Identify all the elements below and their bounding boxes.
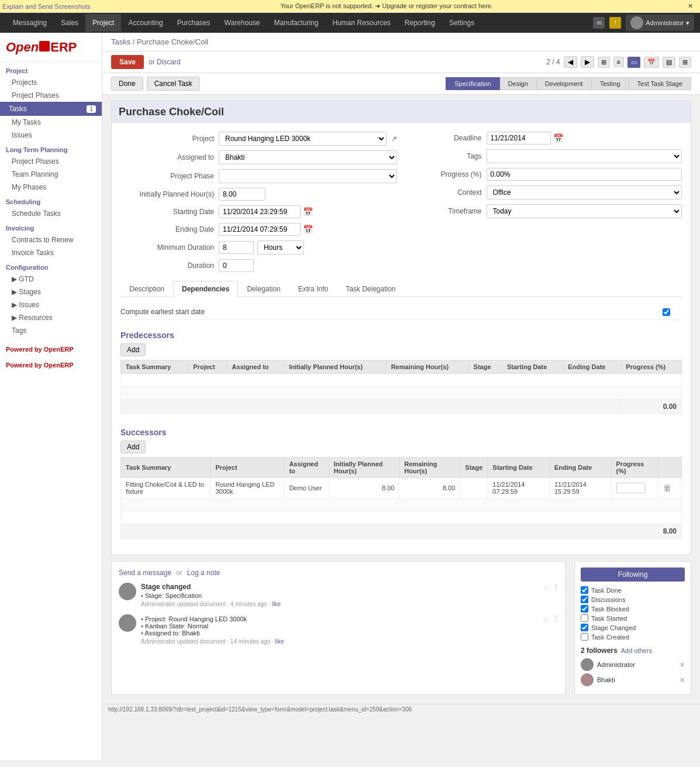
breadcrumb-parent[interactable]: Tasks xyxy=(111,37,130,46)
stage-test-task-stage[interactable]: Test Task Stage xyxy=(629,77,691,90)
check-task-blocked[interactable] xyxy=(581,605,588,613)
nav-project[interactable]: Project xyxy=(85,14,121,32)
next-button[interactable]: ▶ xyxy=(581,56,594,68)
sidebar-item-issues-config[interactable]: ▶ Issues xyxy=(0,298,102,311)
bell-icon[interactable]: ! xyxy=(609,17,621,29)
deadline-calendar-icon[interactable]: 📅 xyxy=(553,133,563,143)
sidebar-item-contracts[interactable]: Contracts to Renew xyxy=(0,233,102,246)
succ-progress-input[interactable] xyxy=(616,483,646,493)
nav-hr[interactable]: Human Resources xyxy=(325,14,397,32)
sidebar-item-my-phases[interactable]: My Phases xyxy=(0,181,102,194)
msg-like-2[interactable]: like xyxy=(275,638,284,645)
successors-add-button[interactable]: Add xyxy=(120,441,146,453)
ending-date-input[interactable] xyxy=(219,223,301,236)
tab-dependencies[interactable]: Dependencies xyxy=(173,281,238,297)
send-message-link[interactable]: Send a message xyxy=(119,569,171,577)
starting-date-calendar-icon[interactable]: 📅 xyxy=(303,207,313,216)
stage-testing[interactable]: Testing xyxy=(592,77,629,90)
succ-col-progress: Progress (%) xyxy=(611,458,658,478)
succ-progress[interactable] xyxy=(611,478,658,498)
nav-messaging[interactable]: Messaging xyxy=(6,14,54,32)
progress-input[interactable] xyxy=(487,168,682,181)
min-duration-input[interactable] xyxy=(219,241,254,254)
done-button[interactable]: Done xyxy=(111,77,143,91)
check-task-done[interactable] xyxy=(581,586,588,594)
share-icon-2[interactable]: ⤴ xyxy=(554,614,558,645)
grid-view-icon[interactable]: ⊞ xyxy=(598,57,610,68)
graph-view-icon[interactable]: ⊞ xyxy=(679,57,691,68)
tags-select[interactable] xyxy=(487,149,682,163)
nav-sales[interactable]: Sales xyxy=(54,14,85,32)
initially-planned-input[interactable] xyxy=(219,188,265,201)
sidebar-item-tags[interactable]: Tags xyxy=(0,324,102,337)
nav-warehouse[interactable]: Warehouse xyxy=(218,14,267,32)
compute-earliest-checkbox[interactable] xyxy=(663,308,670,316)
remove-follower-admin[interactable]: ✕ xyxy=(680,661,685,669)
sidebar-item-project-phases[interactable]: Project Phases xyxy=(0,89,102,102)
stage-development[interactable]: Development xyxy=(537,77,592,90)
sidebar-item-resources[interactable]: ▶ Resources xyxy=(0,311,102,324)
discard-link[interactable]: or Discard xyxy=(149,58,181,66)
user-menu[interactable]: Administrator ▾ xyxy=(626,15,694,31)
form-view-icon[interactable]: ▭ xyxy=(627,57,640,68)
tab-delegation[interactable]: Delegation xyxy=(238,281,289,297)
star-icon-2[interactable]: ☆ xyxy=(543,614,550,645)
stage-design[interactable]: Design xyxy=(500,77,537,90)
following-button[interactable]: Following xyxy=(581,567,685,582)
ending-date-field: 📅 xyxy=(219,223,313,236)
tab-task-delegation[interactable]: Task Delegation xyxy=(337,281,404,297)
duration-unit-select[interactable]: Hours xyxy=(257,240,304,254)
save-button[interactable]: Save xyxy=(111,55,144,69)
sidebar-item-team-planning[interactable]: Team Planning xyxy=(0,168,102,181)
deadline-input[interactable] xyxy=(487,132,551,145)
delete-row-icon[interactable]: 🗑 xyxy=(663,483,671,493)
close-icon[interactable]: ✕ xyxy=(683,2,698,10)
sidebar-item-projects[interactable]: Projects xyxy=(0,76,102,89)
nav-settings[interactable]: Settings xyxy=(442,14,481,32)
ending-date-calendar-icon[interactable]: 📅 xyxy=(303,225,313,234)
nav-manufacturing[interactable]: Manufacturing xyxy=(267,14,325,32)
sidebar-item-issues[interactable]: Issues xyxy=(0,129,102,142)
nav-reporting[interactable]: Reporting xyxy=(398,14,442,32)
check-task-created[interactable] xyxy=(581,633,588,641)
remove-follower-bhakti[interactable]: ✕ xyxy=(680,676,685,684)
sidebar-item-tasks[interactable]: Tasks 1 xyxy=(0,102,102,116)
check-task-started[interactable] xyxy=(581,614,588,622)
log-note-link[interactable]: Log a note xyxy=(187,569,220,577)
sidebar-item-stages[interactable]: ▶ Stages xyxy=(0,286,102,298)
follower-item-bhakti: Bhakti ✕ xyxy=(581,673,685,686)
sidebar-item-gtd[interactable]: ▶ GTD xyxy=(0,273,102,286)
predecessors-add-button[interactable]: Add xyxy=(120,343,146,356)
context-select[interactable]: Office xyxy=(487,185,682,200)
tab-description[interactable]: Description xyxy=(120,281,173,297)
share-icon-1[interactable]: ⤴ xyxy=(554,583,558,607)
msg-like-1[interactable]: like xyxy=(272,601,281,607)
explain-link[interactable]: Explain and Send Screenshots xyxy=(2,3,90,10)
prev-button[interactable]: ◀ xyxy=(564,56,577,68)
check-discussions[interactable] xyxy=(581,596,588,603)
sidebar-item-my-tasks[interactable]: My Tasks xyxy=(0,116,102,129)
project-external-link-icon[interactable]: ↗ xyxy=(391,135,397,143)
nav-accounting[interactable]: Accounting xyxy=(121,14,170,32)
cancel-task-button[interactable]: Cancel Task xyxy=(147,77,200,91)
list-view-icon[interactable]: ≡ xyxy=(613,57,624,67)
email-icon[interactable]: ✉ xyxy=(593,17,605,29)
starting-date-input[interactable] xyxy=(219,205,301,218)
project-phase-select[interactable] xyxy=(219,169,397,183)
tab-extra-info[interactable]: Extra Info xyxy=(289,281,337,297)
duration-input[interactable] xyxy=(219,259,254,272)
project-select[interactable]: Round Hanging LED 3000k xyxy=(219,132,387,146)
sidebar-item-invoice-tasks[interactable]: Invoice Tasks xyxy=(0,246,102,259)
assigned-to-select[interactable]: Bhakti xyxy=(219,150,397,164)
stage-specification[interactable]: Specification xyxy=(446,77,499,90)
nav-purchases[interactable]: Purchases xyxy=(170,14,218,32)
check-stage-changed[interactable] xyxy=(581,624,588,631)
calendar-view-icon[interactable]: 📅 xyxy=(644,57,659,68)
star-icon-1[interactable]: ☆ xyxy=(543,583,550,607)
timeframe-select[interactable]: Today xyxy=(487,204,682,218)
gantt-view-icon[interactable]: ▤ xyxy=(663,57,675,68)
add-others-link[interactable]: Add others xyxy=(621,647,652,654)
logo-open: Open xyxy=(6,40,39,55)
sidebar-item-schedule-tasks[interactable]: Schedule Tasks xyxy=(0,207,102,220)
sidebar-item-project-phases-lt[interactable]: Project Phases xyxy=(0,155,102,168)
